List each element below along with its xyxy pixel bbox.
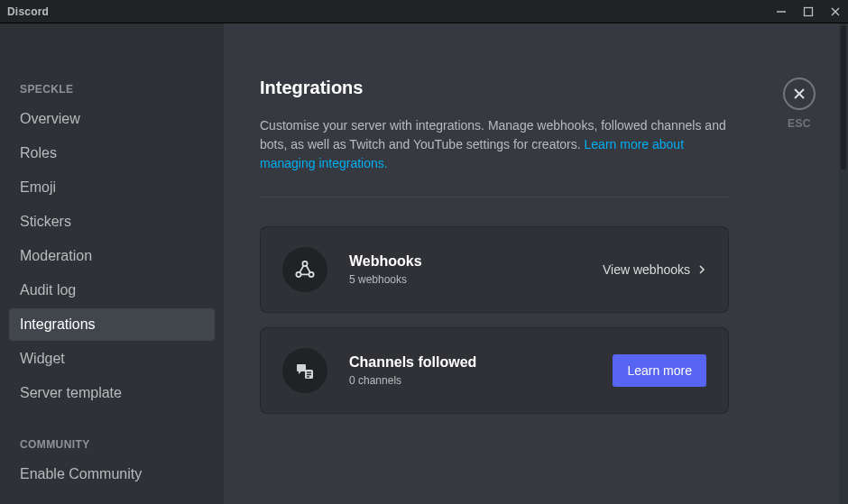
channels-followed-icon bbox=[282, 348, 327, 393]
sidebar-header-speckle: SPECKLE bbox=[9, 78, 215, 103]
minimize-icon[interactable] bbox=[776, 6, 787, 17]
sidebar-item-widget[interactable]: Widget bbox=[9, 343, 215, 375]
close-icon[interactable] bbox=[830, 6, 841, 17]
close-x-icon bbox=[792, 87, 807, 101]
sidebar-item-server-template[interactable]: Server template bbox=[9, 377, 215, 409]
sidebar-item-overview[interactable]: Overview bbox=[9, 103, 215, 135]
webhooks-subtitle: 5 webhooks bbox=[349, 273, 603, 286]
learn-more-button[interactable]: Learn more bbox=[613, 354, 706, 387]
channels-followed-subtitle: 0 channels bbox=[349, 374, 613, 387]
channels-followed-title: Channels followed bbox=[349, 354, 613, 371]
svg-point-5 bbox=[296, 272, 300, 277]
page-title: Integrations bbox=[260, 78, 812, 98]
svg-rect-1 bbox=[805, 7, 813, 15]
settings-content: Integrations Customise your server with … bbox=[224, 23, 848, 504]
maximize-icon[interactable] bbox=[803, 6, 814, 17]
sidebar-item-moderation[interactable]: Moderation bbox=[9, 240, 215, 272]
sidebar-header-community: COMMUNITY bbox=[9, 433, 215, 458]
app-logo: Discord bbox=[7, 5, 49, 18]
esc-label: ESC bbox=[788, 117, 811, 130]
sidebar-item-emoji[interactable]: Emoji bbox=[9, 171, 215, 204]
sidebar-item-roles[interactable]: Roles bbox=[9, 137, 215, 170]
close-settings-button[interactable] bbox=[783, 78, 816, 110]
sidebar-item-enable-community[interactable]: Enable Community bbox=[9, 458, 215, 490]
close-settings: ESC bbox=[783, 78, 816, 130]
settings-sidebar: SPECKLE Overview Roles Emoji Stickers Mo… bbox=[0, 23, 224, 504]
section-divider bbox=[260, 197, 729, 197]
window-controls bbox=[776, 6, 841, 17]
chevron-right-icon bbox=[697, 265, 706, 274]
view-webhooks-label: View webhooks bbox=[603, 262, 690, 277]
scrollbar-thumb[interactable] bbox=[841, 25, 846, 170]
svg-point-6 bbox=[309, 272, 313, 277]
view-webhooks-link[interactable]: View webhooks bbox=[603, 262, 706, 277]
page-description: Customise your server with integrations.… bbox=[260, 116, 729, 173]
sidebar-item-integrations[interactable]: Integrations bbox=[9, 308, 215, 341]
channels-followed-card: Channels followed 0 channels Learn more bbox=[260, 327, 729, 414]
webhooks-title: Webhooks bbox=[349, 253, 603, 270]
sidebar-item-stickers[interactable]: Stickers bbox=[9, 206, 215, 238]
sidebar-item-audit-log[interactable]: Audit log bbox=[9, 274, 215, 307]
webhook-icon bbox=[282, 247, 327, 292]
window-titlebar: Discord bbox=[0, 0, 848, 23]
webhooks-card: Webhooks 5 webhooks View webhooks bbox=[260, 226, 729, 313]
